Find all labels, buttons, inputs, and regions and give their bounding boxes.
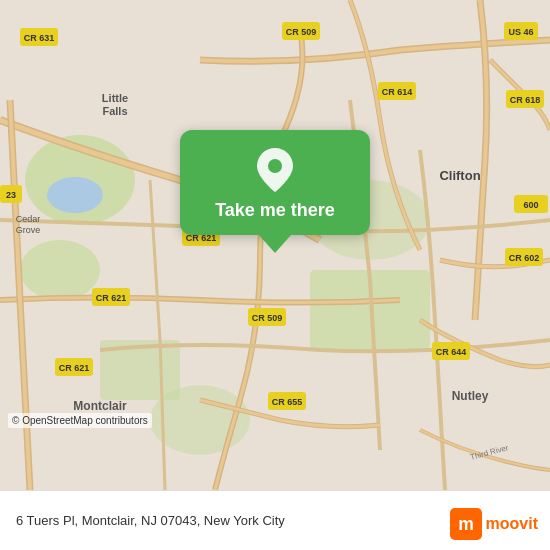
svg-text:CR 509: CR 509 bbox=[286, 27, 317, 37]
take-me-there-card[interactable]: Take me there bbox=[180, 130, 370, 235]
svg-text:CR 614: CR 614 bbox=[382, 87, 413, 97]
moovit-logo: m moovit bbox=[450, 508, 538, 540]
svg-text:CR 655: CR 655 bbox=[272, 397, 303, 407]
moovit-wordmark: moovit bbox=[486, 515, 538, 533]
svg-text:CR 644: CR 644 bbox=[436, 347, 467, 357]
moovit-icon: m bbox=[450, 508, 482, 540]
map-container: CR 631 US 46 CR 509 CR 509 CR 621 CR 621… bbox=[0, 0, 550, 490]
svg-text:CR 509: CR 509 bbox=[252, 313, 283, 323]
svg-text:CR 631: CR 631 bbox=[24, 33, 55, 43]
svg-text:Cedar: Cedar bbox=[16, 214, 41, 224]
take-me-there-label: Take me there bbox=[215, 200, 335, 221]
svg-text:CR 621: CR 621 bbox=[59, 363, 90, 373]
svg-text:Falls: Falls bbox=[102, 105, 127, 117]
cta-overlay[interactable]: Take me there bbox=[180, 130, 370, 253]
bottom-bar: 6 Tuers Pl, Montclair, NJ 07043, New Yor… bbox=[0, 490, 550, 550]
svg-point-44 bbox=[268, 159, 282, 173]
svg-text:Montclair: Montclair bbox=[73, 399, 127, 413]
svg-text:600: 600 bbox=[523, 200, 538, 210]
location-pin-icon bbox=[257, 148, 293, 192]
osm-credit: © OpenStreetMap contributors bbox=[8, 413, 152, 428]
svg-text:CR 621: CR 621 bbox=[96, 293, 127, 303]
svg-text:23: 23 bbox=[6, 190, 16, 200]
svg-text:Grove: Grove bbox=[16, 225, 41, 235]
svg-point-7 bbox=[47, 177, 103, 213]
svg-text:Clifton: Clifton bbox=[439, 168, 480, 183]
svg-text:US 46: US 46 bbox=[508, 27, 533, 37]
svg-point-2 bbox=[20, 240, 100, 300]
svg-text:CR 618: CR 618 bbox=[510, 95, 541, 105]
svg-text:CR 602: CR 602 bbox=[509, 253, 540, 263]
svg-text:Nutley: Nutley bbox=[452, 389, 489, 403]
svg-text:m: m bbox=[458, 514, 474, 534]
card-pointer bbox=[259, 235, 291, 253]
svg-text:Little: Little bbox=[102, 92, 128, 104]
address-text: 6 Tuers Pl, Montclair, NJ 07043, New Yor… bbox=[16, 513, 285, 528]
